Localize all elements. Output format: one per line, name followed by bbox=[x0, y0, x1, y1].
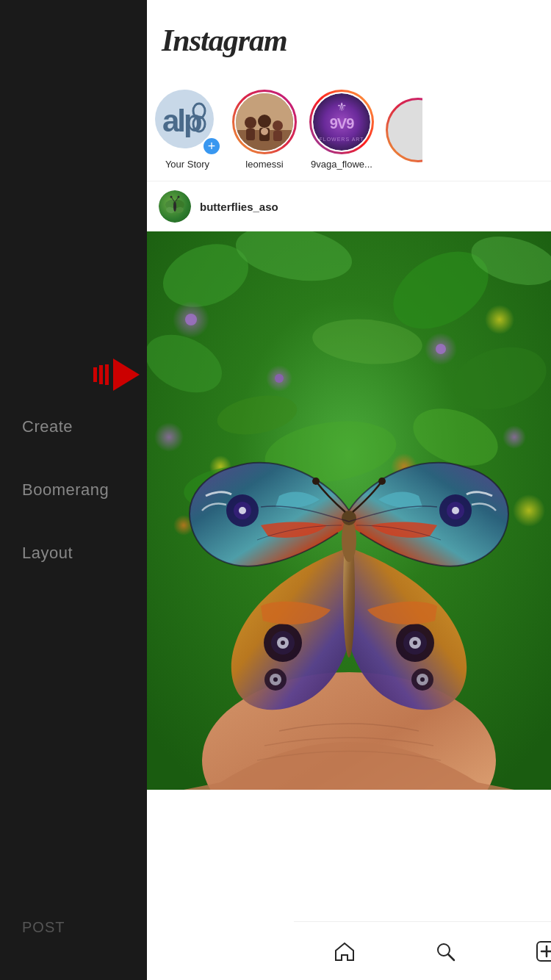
arrow-bar-1 bbox=[93, 367, 97, 382]
sidebar-item-boomerang[interactable]: Boomerang bbox=[22, 480, 109, 500]
main-content: Instagram alp + Your Story bbox=[147, 0, 551, 980]
leomessi-photo-svg bbox=[236, 93, 293, 151]
arrow-bar-3 bbox=[105, 364, 109, 385]
svg-point-71 bbox=[420, 677, 425, 682]
search-icon bbox=[434, 940, 456, 962]
svg-point-74 bbox=[342, 511, 356, 525]
sidebar-post-label[interactable]: POST bbox=[22, 919, 65, 936]
svg-point-42 bbox=[436, 344, 446, 354]
svg-rect-10 bbox=[273, 131, 282, 141]
arrow-head bbox=[113, 359, 140, 391]
home-icon bbox=[334, 940, 356, 962]
svg-point-64 bbox=[273, 677, 278, 682]
add-icon bbox=[536, 940, 551, 962]
svg-point-75 bbox=[312, 478, 320, 485]
story-leomessi[interactable]: leomessi bbox=[231, 90, 298, 170]
9vaga-photo: ⚜ 9V9 FLOWERS ART bbox=[313, 93, 370, 151]
post-username: butterflies_aso bbox=[200, 201, 278, 213]
post-image bbox=[147, 231, 551, 790]
svg-line-78 bbox=[448, 954, 454, 960]
post-image-svg bbox=[147, 231, 551, 790]
story-your-story[interactable]: alp + Your Story bbox=[154, 90, 220, 170]
sidebar: Create Boomerang Layout POST bbox=[0, 0, 147, 980]
svg-point-20 bbox=[173, 201, 176, 212]
svg-text:FLOWERS ART: FLOWERS ART bbox=[319, 137, 364, 142]
svg-point-23 bbox=[170, 196, 173, 198]
story-9vaga[interactable]: ⚜ 9V9 FLOWERS ART 9vaga_flowe... bbox=[309, 90, 375, 170]
svg-point-24 bbox=[178, 196, 180, 198]
9vaga-avatar-wrap: ⚜ 9V9 FLOWERS ART bbox=[309, 90, 374, 154]
svg-point-68 bbox=[413, 641, 417, 645]
stories-row: alp + Your Story bbox=[147, 81, 551, 181]
post-header: butterflies_aso bbox=[147, 181, 551, 231]
your-story-logo-svg: alp bbox=[161, 101, 208, 137]
butterfly-avatar-small bbox=[159, 190, 191, 223]
svg-text:9V9: 9V9 bbox=[330, 115, 354, 131]
svg-point-11 bbox=[261, 128, 268, 135]
leomessi-photo bbox=[236, 93, 293, 151]
your-story-avatar-wrap: alp + bbox=[155, 90, 220, 154]
svg-point-57 bbox=[452, 507, 459, 514]
nav-home[interactable] bbox=[326, 933, 363, 970]
svg-point-9 bbox=[273, 120, 283, 131]
nav-search[interactable] bbox=[427, 933, 464, 970]
leomessi-avatar-wrap bbox=[232, 90, 297, 154]
butterfly-small-icon bbox=[164, 195, 186, 217]
watermark: www.deuaq.com bbox=[488, 968, 547, 976]
arrow-bars bbox=[93, 364, 109, 385]
arrow-bar-2 bbox=[99, 365, 103, 384]
nav-add[interactable] bbox=[528, 933, 551, 970]
svg-point-5 bbox=[245, 117, 256, 129]
arrow-annotation bbox=[0, 331, 147, 419]
svg-point-38 bbox=[503, 425, 526, 449]
plus-badge[interactable]: + bbox=[202, 137, 221, 156]
svg-point-76 bbox=[378, 478, 386, 485]
svg-point-54 bbox=[239, 507, 246, 514]
app-logo: Instagram bbox=[162, 23, 287, 58]
svg-text:alp: alp bbox=[162, 104, 201, 137]
svg-point-39 bbox=[154, 422, 184, 452]
your-story-label: Your Story bbox=[165, 159, 209, 170]
svg-point-61 bbox=[281, 641, 285, 645]
svg-point-43 bbox=[485, 305, 514, 334]
sidebar-item-layout[interactable]: Layout bbox=[22, 544, 73, 563]
svg-point-40 bbox=[185, 314, 197, 325]
9vaga-label: 9vaga_flowe... bbox=[311, 159, 372, 170]
sidebar-item-create[interactable]: Create bbox=[22, 417, 73, 436]
header: Instagram bbox=[147, 0, 551, 81]
leomessi-label: leomessi bbox=[245, 159, 283, 170]
svg-point-7 bbox=[258, 115, 271, 128]
svg-rect-6 bbox=[246, 129, 255, 140]
fourth-avatar-wrap bbox=[386, 98, 422, 162]
post-avatar bbox=[159, 190, 191, 223]
fourth-ring bbox=[386, 98, 422, 162]
svg-text:⚜: ⚜ bbox=[336, 101, 347, 113]
9vaga-svg: ⚜ 9V9 FLOWERS ART bbox=[313, 93, 370, 151]
svg-point-41 bbox=[275, 374, 284, 383]
svg-point-45 bbox=[513, 494, 545, 527]
story-fourth[interactable] bbox=[386, 98, 422, 162]
